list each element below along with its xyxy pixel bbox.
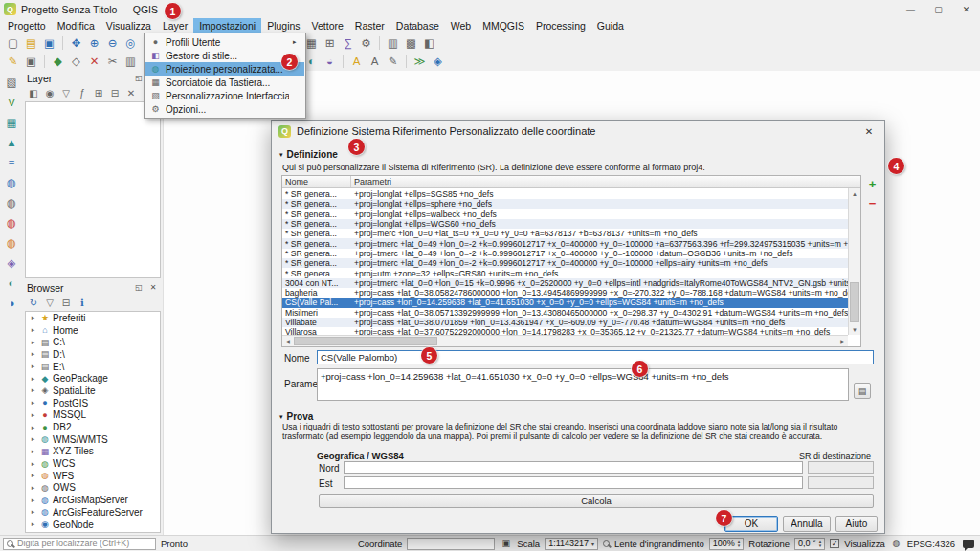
add-crs-button[interactable]: +	[864, 176, 880, 191]
scroll-down-icon[interactable]: ▼	[849, 324, 860, 335]
add-vector-layer-icon[interactable]: V	[3, 94, 21, 111]
browser-item-home[interactable]: ▸ ⌂ Home	[26, 324, 160, 337]
scrollbar-thumb[interactable]	[850, 282, 859, 322]
menu-vettore[interactable]: Vettore	[306, 18, 349, 33]
crs-table-row[interactable]: * SR genera... +proj=merc +lon_0=0 +lat_…	[282, 229, 848, 238]
crs-table-row[interactable]: * SR genera... +proj=longlat +ellps=WGS6…	[282, 219, 848, 229]
float-panel-icon[interactable]: ◱	[133, 283, 145, 292]
browser-item-mssql[interactable]: ▸ ● MSSQL	[26, 409, 160, 422]
map-themes-icon[interactable]: ◧	[420, 34, 438, 52]
plugin-manager-icon[interactable]: ◈	[429, 53, 447, 70]
layer-styling-icon[interactable]: ◧	[26, 86, 41, 100]
menu-impostazioni[interactable]: Impostazioni	[193, 18, 261, 33]
maximize-icon[interactable]: ▢	[924, 0, 952, 18]
scroll-left-icon[interactable]: ◀	[282, 336, 293, 346]
collapse-all-icon[interactable]: ⊟	[58, 296, 74, 310]
zoom-full-icon[interactable]: ◎	[122, 34, 140, 52]
crs-table-row[interactable]: Misilmeri +proj=cass +lat_0=38.057133929…	[282, 308, 848, 318]
browser-item-c-drive[interactable]: ▸ ▤ C:\	[26, 336, 160, 348]
expander-icon[interactable]: ▸	[29, 339, 37, 346]
open-project-icon[interactable]: ▤	[22, 34, 40, 52]
save-project-icon[interactable]: ▣	[40, 34, 58, 52]
expander-icon[interactable]: ▸	[29, 399, 37, 407]
expander-icon[interactable]: ▸	[29, 435, 37, 443]
field-calculator-icon[interactable]: ⊞	[321, 34, 339, 52]
delete-selected-icon[interactable]: ✕	[85, 53, 103, 70]
copy-features-icon[interactable]: ▥	[122, 53, 140, 70]
dialog-close-icon[interactable]: ✕	[854, 121, 884, 142]
browser-item-preferiti[interactable]: ▸ ★ Preferiti	[26, 312, 160, 324]
scroll-right-icon[interactable]: ▶	[837, 336, 848, 346]
ok-button[interactable]: OK	[724, 516, 778, 532]
nome-input[interactable]: CS(Valle Palombo)	[317, 350, 874, 364]
column-header-nome[interactable]: Nome	[282, 176, 351, 187]
menu-item-scorciatoie-da-tastiera[interactable]: ▦ Scorciatoie da Tastiera...	[145, 76, 304, 89]
expander-icon[interactable]: ▸	[29, 411, 37, 419]
expander-icon[interactable]: ▸	[29, 375, 37, 383]
expander-icon[interactable]: ▸	[29, 460, 37, 468]
browser-item-e-drive[interactable]: ▸ ▤ E:\	[26, 361, 160, 373]
browser-item-geopackage[interactable]: ▸ ◆ GeoPackage	[26, 372, 160, 385]
scale-combobox[interactable]: 1:1143217 ▾	[545, 538, 598, 550]
copy-crs-button[interactable]: ▤	[854, 383, 871, 399]
locator-search-input[interactable]: Digita per localizzare (Ctrl+K)	[3, 538, 156, 550]
menu-progetto[interactable]: Progetto	[2, 18, 52, 33]
menu-visualizza[interactable]: Visualizza	[100, 18, 157, 33]
expander-icon[interactable]: ▸	[29, 386, 37, 394]
toggle-editing-icon[interactable]: ✎	[4, 53, 22, 70]
close-panel-icon[interactable]: ✕	[147, 283, 159, 292]
expander-icon[interactable]: ▸	[29, 314, 37, 321]
menu-item-opzioni[interactable]: ⚙ Opzioni...	[145, 102, 304, 116]
browser-item-arcgis-feature[interactable]: ▸ ◍ ArcGisFeatureServer	[26, 506, 160, 518]
coordinate-input[interactable]	[407, 538, 495, 550]
crs-table-row[interactable]: * SR genera... +proj=tmerc +lat_0=49 +lo…	[282, 249, 848, 258]
parametri-textarea[interactable]: +proj=cass +lon_0=14.259638 +lat_0=41.65…	[317, 368, 849, 401]
spinner-arrows-icon[interactable]: ▴▾	[819, 540, 822, 548]
expander-icon[interactable]: ▸	[29, 363, 37, 370]
python-console-icon[interactable]: ≫	[411, 53, 429, 70]
toggle-extents-icon[interactable]: ▣	[500, 538, 512, 550]
menu-web[interactable]: Web	[445, 18, 477, 33]
add-oracle-icon[interactable]: ◍	[3, 234, 21, 252]
expander-icon[interactable]: ▸	[29, 496, 37, 504]
expander-icon[interactable]: ▸	[29, 326, 37, 334]
menu-item-profili-utente[interactable]: ● Profili Utente ▸	[145, 35, 304, 49]
filter-legend-icon[interactable]: ▽	[58, 86, 74, 100]
rotation-spinbox[interactable]: 0,0 ° ▴▾	[794, 538, 825, 550]
add-delimited-text-icon[interactable]: ≡	[3, 154, 21, 171]
menu-item-personalizzazione-interfaccia[interactable]: ▧ Personalizzazione Interfaccia...	[145, 89, 304, 102]
definizione-section-header[interactable]: ▾ Definizione	[279, 149, 338, 160]
save-edits-icon[interactable]: ▣	[22, 53, 40, 70]
crs-table-row[interactable]: Villabate +proj=cass +lat_0=38.0701859 +…	[282, 318, 848, 327]
vertex-tool-icon[interactable]: ◇	[67, 53, 85, 70]
prova-section-header[interactable]: ▾ Prova	[279, 411, 313, 422]
remove-layer-icon[interactable]: ✕	[123, 86, 139, 100]
add-raster-layer-icon[interactable]: ▦	[3, 114, 21, 131]
map-themes-icon[interactable]: ◉	[42, 86, 57, 100]
add-wfs-icon[interactable]: ◑	[3, 295, 21, 312]
browser-item-ows[interactable]: ▸ ◍ OWS	[26, 482, 160, 495]
scrollbar-thumb[interactable]	[294, 337, 437, 345]
add-mesh-layer-icon[interactable]: ▲	[3, 134, 21, 151]
visualizza-checkbox[interactable]: ✓	[830, 539, 839, 548]
add-spatialite-icon[interactable]: ◍	[3, 194, 21, 211]
minimize-icon[interactable]: —	[897, 0, 924, 18]
menu-item-proiezione-personalizzata[interactable]: ◍ Proiezione personalizzata...	[145, 62, 304, 76]
expander-icon[interactable]: ▸	[29, 484, 37, 492]
browser-item-wfs[interactable]: ▸ ◍ WFS	[26, 470, 160, 482]
crs-table-row[interactable]: CS(Valle Pal... +proj=cass +lon_0=14.259…	[282, 298, 848, 307]
crs-table-row[interactable]: * SR genera... +proj=tmerc +lat_0=49 +lo…	[282, 238, 848, 248]
nord-input[interactable]	[344, 461, 803, 474]
new-project-icon[interactable]: ▢	[4, 34, 22, 52]
expand-all-icon[interactable]: ⊞	[91, 86, 106, 100]
vertical-scrollbar[interactable]: ▲ ▼	[848, 188, 860, 335]
est-input[interactable]	[344, 476, 803, 489]
horizontal-scrollbar[interactable]: ◀ ▶	[282, 335, 848, 346]
add-feature-icon[interactable]: ◆	[49, 53, 67, 70]
browser-item-arcgis-map[interactable]: ▸ ◍ ArcGisMapServer	[26, 494, 160, 506]
browser-item-xyz[interactable]: ▸ ▦ XYZ Tiles	[26, 446, 160, 458]
crs-table-row[interactable]: * SR genera... +proj=longlat +ellps=walb…	[282, 209, 848, 219]
layout-manager-icon[interactable]: ▥	[384, 34, 402, 52]
messages-icon[interactable]	[963, 540, 974, 548]
expander-icon[interactable]: ▸	[29, 472, 37, 479]
